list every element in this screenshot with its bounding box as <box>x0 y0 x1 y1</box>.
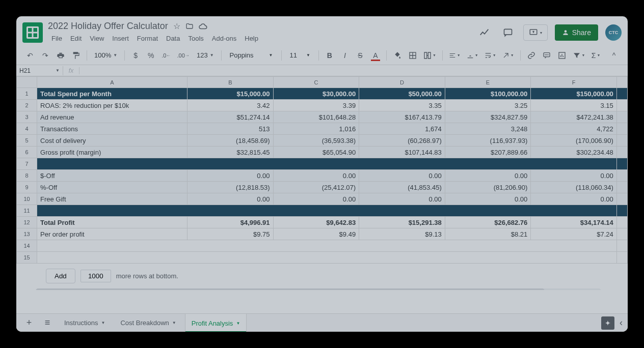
cell[interactable]: 0.00 <box>187 170 274 182</box>
cell[interactable]: 1,674 <box>359 123 445 135</box>
col-header-C[interactable]: C <box>273 77 359 88</box>
v-align-icon[interactable]: ▼ <box>465 49 480 62</box>
menu-tools[interactable]: Tools <box>184 33 207 44</box>
cell[interactable]: (60,268.97) <box>359 135 445 147</box>
cell[interactable]: (12,818.53) <box>187 182 274 193</box>
row-header[interactable]: 12 <box>17 217 37 228</box>
side-panel-toggle-icon[interactable]: ‹ <box>620 317 623 328</box>
cell[interactable]: $9.75 <box>187 228 274 240</box>
undo-icon[interactable]: ↶ <box>23 49 37 62</box>
sheet-tab-instructions[interactable]: Instructions▼ <box>58 314 111 332</box>
col-header-D[interactable]: D <box>359 77 445 88</box>
cell[interactable]: $167,413.79 <box>359 111 445 123</box>
menu-format[interactable]: Format <box>133 33 162 44</box>
cell[interactable]: 1,016 <box>273 123 359 135</box>
cell[interactable]: $51,274.14 <box>187 111 274 123</box>
currency-icon[interactable]: $ <box>129 49 142 62</box>
menu-addons[interactable]: Add-ons <box>208 33 240 44</box>
font-select[interactable]: Poppins▼ <box>226 50 277 60</box>
add-rows-input[interactable] <box>81 270 111 282</box>
more-formats[interactable]: 123▼ <box>194 50 217 60</box>
cell[interactable]: $100,000.00 <box>445 88 531 100</box>
menu-insert[interactable]: Insert <box>109 33 132 44</box>
row-header[interactable]: 8 <box>17 170 37 182</box>
cell[interactable]: (18,458.69) <box>187 135 274 147</box>
fill-color-icon[interactable] <box>391 49 404 62</box>
decimal-inc-icon[interactable]: .00→ <box>175 49 192 62</box>
percent-icon[interactable]: % <box>144 49 157 62</box>
cell[interactable]: $9.13 <box>359 228 445 240</box>
cell[interactable]: $107,144.83 <box>359 147 445 158</box>
sheet-tab-profit-analysis[interactable]: Profit Analysis▼ <box>185 314 247 332</box>
cell[interactable]: 0.00 <box>273 170 359 182</box>
cell[interactable]: 0.00 <box>531 170 617 182</box>
functions-icon[interactable]: Σ▼ <box>589 49 603 62</box>
font-size-select[interactable]: 11▼ <box>286 50 314 60</box>
move-folder-icon[interactable] <box>185 22 194 31</box>
cell[interactable]: $8.21 <box>445 228 531 240</box>
all-sheets-icon[interactable]: ≡ <box>40 317 55 328</box>
cell[interactable]: 0.00 <box>359 193 445 205</box>
document-title[interactable]: 2022 Holiday Offer Calculator <box>48 21 168 32</box>
col-header-A[interactable]: A <box>37 77 187 88</box>
row-header[interactable]: 9 <box>17 182 37 193</box>
col-header-B[interactable]: B <box>187 77 274 88</box>
cell[interactable]: $15,291.38 <box>359 217 445 228</box>
italic-icon[interactable]: I <box>338 49 352 62</box>
name-box[interactable]: H21▼ <box>16 66 63 75</box>
cell[interactable]: $65,054.90 <box>273 147 359 158</box>
cell[interactable]: 0.00 <box>531 193 617 205</box>
present-button[interactable]: ▾ <box>523 24 548 41</box>
cell[interactable]: 3,248 <box>445 123 531 135</box>
cell[interactable]: 0.00 <box>359 170 445 182</box>
cell[interactable]: (170,006.90) <box>531 135 617 147</box>
add-sheet-icon[interactable]: + <box>21 317 37 328</box>
cell[interactable]: $324,827.59 <box>445 111 531 123</box>
filter-icon[interactable]: ▼ <box>571 49 587 62</box>
cell[interactable]: $101,648.28 <box>273 111 359 123</box>
cell[interactable]: Gross profit (margin) <box>37 147 187 158</box>
rotate-icon[interactable]: ▼ <box>500 49 516 62</box>
print-icon[interactable] <box>54 49 67 62</box>
row-header[interactable]: 11 <box>17 205 37 217</box>
cell[interactable]: $15,000.00 <box>187 88 274 100</box>
cell[interactable]: Free Gift <box>37 193 187 205</box>
cell[interactable]: $30,000.00 <box>273 88 359 100</box>
cell[interactable]: (116,937.93) <box>445 135 531 147</box>
cell[interactable]: %-Off <box>37 182 187 193</box>
cell[interactable]: (118,060.34) <box>531 182 617 193</box>
menu-view[interactable]: View <box>86 33 108 44</box>
select-all-corner[interactable] <box>17 77 37 88</box>
cell[interactable]: Cost of delivery <box>37 135 187 147</box>
cell[interactable]: $50,000.00 <box>359 88 445 100</box>
redo-icon[interactable]: ↷ <box>39 49 52 62</box>
row-header[interactable]: 14 <box>17 240 37 252</box>
share-button[interactable]: Share <box>555 24 598 41</box>
sheets-logo[interactable] <box>22 22 43 43</box>
h-align-icon[interactable]: ▼ <box>447 49 463 62</box>
row-header[interactable]: 2 <box>17 100 37 111</box>
cell[interactable]: 0.00 <box>445 170 531 182</box>
row-header[interactable]: 10 <box>17 193 37 205</box>
menu-edit[interactable]: Edit <box>67 33 85 44</box>
cell[interactable]: 0.00 <box>273 193 359 205</box>
cell[interactable]: 0.00 <box>187 193 274 205</box>
col-header-F[interactable]: F <box>531 77 617 88</box>
decimal-dec-icon[interactable]: .0← <box>159 49 173 62</box>
cell[interactable]: $150,000.00 <box>531 88 617 100</box>
col-header-E[interactable]: E <box>445 77 531 88</box>
row-header[interactable]: 5 <box>17 135 37 147</box>
wrap-icon[interactable]: ▼ <box>482 49 498 62</box>
chart-icon[interactable] <box>555 49 569 62</box>
strike-icon[interactable]: S <box>354 49 367 62</box>
cell[interactable]: Total Spend per Month <box>37 88 187 100</box>
cell[interactable]: $472,241.38 <box>531 111 617 123</box>
cell[interactable]: (25,412.07) <box>273 182 359 193</box>
horizontal-scrollbar[interactable] <box>36 288 601 290</box>
row-header[interactable]: 7 <box>17 158 37 170</box>
cell[interactable]: $26,682.76 <box>445 217 531 228</box>
grid[interactable]: A B C D E F 1 Total Spend per Month $15,… <box>16 76 628 290</box>
bold-icon[interactable]: B <box>323 49 336 62</box>
account-avatar[interactable]: CTC <box>605 24 622 41</box>
comment-history-icon[interactable] <box>500 24 516 41</box>
